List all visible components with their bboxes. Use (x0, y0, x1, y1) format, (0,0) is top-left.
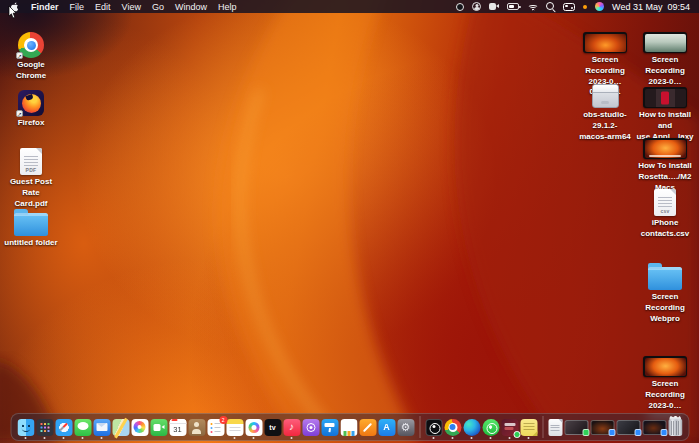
control-center-icon[interactable] (563, 3, 575, 11)
dock-chrome-icon[interactable] (444, 419, 461, 436)
dock-unknown-app-icon[interactable] (501, 419, 518, 436)
dock-music-icon[interactable] (283, 419, 300, 436)
video-thumbnail (643, 87, 687, 108)
dock-slot (397, 419, 414, 436)
pdf-page: PDF (20, 148, 42, 175)
dock-slot (548, 419, 562, 436)
dock-slot (501, 419, 518, 436)
dock-minimized-window-icon[interactable] (564, 420, 588, 435)
dock-appstore-icon[interactable]: A (378, 419, 395, 436)
csv-tag: csv (660, 208, 669, 214)
dock-minimized-window-icon[interactable] (616, 420, 640, 435)
video-thumbnail (583, 32, 627, 53)
appstore-icon-label: A (383, 422, 390, 432)
desktop-icon-guest-post-rate-card-pdf[interactable]: PDF Guest Post Rate Card.pdf (2, 147, 60, 209)
dock-slot: tv (264, 419, 281, 436)
dock-slot (150, 419, 167, 436)
dock-facetime-icon[interactable] (150, 419, 167, 436)
dock-minimized-window-icon[interactable] (642, 420, 666, 435)
dock-tv-icon[interactable]: tv (264, 419, 281, 436)
reminders-notification-badge: 2 (219, 416, 227, 424)
dock-slot (340, 419, 357, 436)
dock-stickies-icon[interactable] (520, 419, 537, 436)
dock-obs-studio-icon[interactable] (425, 419, 442, 436)
user-account-icon[interactable] (472, 2, 481, 11)
folder-icon (14, 208, 48, 236)
dock-slot (131, 419, 148, 436)
dock-divider (542, 416, 543, 438)
mouse-cursor (8, 5, 17, 23)
dock-keynote-icon[interactable] (321, 419, 338, 436)
dock-messages-icon[interactable] (74, 419, 91, 436)
battery-icon[interactable] (507, 3, 519, 10)
dock-pages-icon[interactable] (359, 419, 376, 436)
dock-finder-icon[interactable] (17, 419, 34, 436)
dock-launchpad-icon[interactable] (36, 419, 53, 436)
desktop-icon-how-to-install-rosetta-video[interactable]: How To Install Rosetta…./M2 Macs (636, 131, 694, 193)
dock-slot (444, 419, 461, 436)
desktop-icon-firefox[interactable]: ↗ Firefox (2, 88, 60, 129)
dock-reminders-icon[interactable]: 2 (207, 419, 224, 436)
dock-slot (55, 419, 72, 436)
quicktime-badge (635, 429, 642, 436)
quicktime-badge (609, 429, 616, 436)
icon-label: obs-studio-29.1.2- macos-arm64 (576, 110, 634, 142)
desktop-icon-iphone-contacts-csv[interactable]: csv iPhone contacts.csv (636, 188, 694, 240)
icon-label: Google Chrome (2, 60, 60, 82)
dock-slot (359, 419, 376, 436)
calendar-header (171, 419, 177, 421)
dock-slot: 2 (207, 419, 224, 436)
dock-divider (419, 416, 420, 438)
dock-mail-icon[interactable] (93, 419, 110, 436)
menu-item-edit[interactable]: Edit (95, 2, 111, 12)
menu-bar-clock[interactable]: Wed 31 May 09:54 (612, 2, 690, 12)
recording-indicator-dot[interactable] (583, 5, 587, 9)
menu-item-go[interactable]: Go (152, 2, 164, 12)
dock-numbers-icon[interactable] (340, 419, 357, 436)
desktop-icon-screen-recording-072223[interactable]: Screen Recording 2023-0…07.22.23 (636, 349, 694, 422)
menu-bar-status-area: Wed 31 May 09:54 (456, 2, 690, 12)
desktop-icon-obs-studio-dmg[interactable]: obs-studio-29.1.2- macos-arm64 (576, 80, 634, 142)
dock-system-settings-icon[interactable] (397, 419, 414, 436)
spotlight-search-icon[interactable] (546, 2, 555, 11)
dock-minimized-window-icon[interactable] (590, 420, 614, 435)
siri-icon[interactable] (595, 2, 604, 11)
dock-whatsapp-icon[interactable] (482, 419, 499, 436)
dock-slot (302, 419, 319, 436)
dock-file-document-icon[interactable] (548, 419, 562, 436)
dock-podcasts-icon[interactable] (302, 419, 319, 436)
desktop-icon-untitled-folder[interactable]: untitled folder (2, 208, 60, 249)
menu-item-view[interactable]: View (122, 2, 141, 12)
desktop-icon-screen-recording-webpro-folder[interactable]: Screen Recording Webpro (636, 262, 694, 324)
menu-item-help[interactable]: Help (218, 2, 237, 12)
dock-freeform-icon[interactable] (245, 419, 262, 436)
dock-slot (616, 420, 640, 435)
dock-calendar-icon[interactable]: 31 (169, 419, 186, 436)
calendar-day-number: 31 (173, 424, 181, 436)
camera-status-icon[interactable] (489, 3, 499, 10)
dock-notes-icon[interactable] (226, 419, 243, 436)
pdf-document-icon: PDF (20, 147, 42, 175)
dock-maps-icon[interactable] (112, 419, 129, 436)
dock-edge-icon[interactable] (463, 419, 480, 436)
menu-item-finder[interactable]: Finder (31, 2, 59, 12)
wifi-icon[interactable] (527, 3, 538, 11)
dock-slot (283, 419, 300, 436)
dock-contacts-icon[interactable] (188, 419, 205, 436)
csv-document-icon: csv (654, 188, 676, 216)
dmg-drive (592, 84, 619, 108)
dock-slot (226, 419, 243, 436)
dock-safari-icon[interactable] (55, 419, 72, 436)
menu-item-window[interactable]: Window (175, 2, 207, 12)
folder-icon (648, 262, 682, 290)
dock-trash-icon[interactable] (668, 419, 682, 436)
menu-item-file[interactable]: File (70, 2, 85, 12)
dock-slot: 31 (169, 419, 186, 436)
dock-photos-icon[interactable] (131, 419, 148, 436)
chrome-icon: ↗ (18, 30, 44, 58)
pdf-tag: PDF (26, 167, 37, 173)
dock-slot (463, 419, 480, 436)
record-status-icon[interactable] (456, 3, 464, 11)
dock-slot (93, 419, 110, 436)
desktop-icon-google-chrome[interactable]: ↗ Google Chrome (2, 30, 60, 82)
